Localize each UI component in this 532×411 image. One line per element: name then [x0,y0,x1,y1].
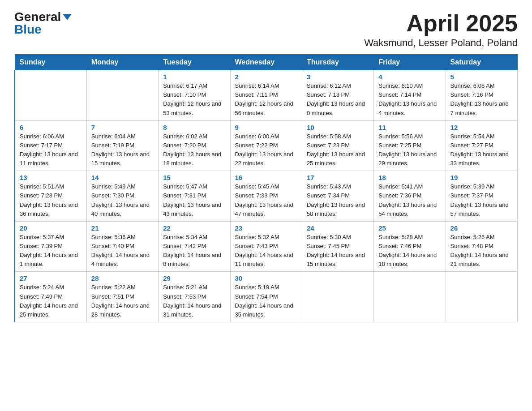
day-info: Sunrise: 6:08 AMSunset: 7:16 PMDaylight:… [450,81,513,118]
day-info: Sunrise: 5:39 AMSunset: 7:37 PMDaylight:… [450,182,513,218]
day-number: 6 [20,124,82,131]
day-cell: 26Sunrise: 5:26 AMSunset: 7:48 PMDayligh… [446,221,517,272]
header-thursday: Thursday [302,55,373,70]
day-number: 8 [163,124,225,131]
day-info: Sunrise: 5:21 AMSunset: 7:53 PMDaylight:… [163,283,225,319]
calendar-subtitle: Waksmund, Lesser Poland, Poland [364,37,518,49]
day-info: Sunrise: 6:14 AMSunset: 7:11 PMDaylight:… [235,81,297,118]
week-row-2: 6Sunrise: 6:06 AMSunset: 7:17 PMDaylight… [15,120,518,171]
logo-arrow-icon [63,14,72,20]
calendar-table: SundayMondayTuesdayWednesdayThursdayFrid… [14,54,518,322]
day-info: Sunrise: 6:00 AMSunset: 7:22 PMDaylight:… [235,132,297,168]
day-cell [374,272,446,322]
day-info: Sunrise: 5:37 AMSunset: 7:39 PMDaylight:… [20,233,82,269]
day-number: 14 [91,174,154,181]
day-info: Sunrise: 5:24 AMSunset: 7:49 PMDaylight:… [20,283,82,319]
day-info: Sunrise: 6:06 AMSunset: 7:17 PMDaylight:… [20,132,82,168]
day-cell: 24Sunrise: 5:30 AMSunset: 7:45 PMDayligh… [302,221,373,272]
day-cell: 6Sunrise: 6:06 AMSunset: 7:17 PMDaylight… [15,120,86,171]
day-info: Sunrise: 6:12 AMSunset: 7:13 PMDaylight:… [307,81,369,118]
week-row-5: 27Sunrise: 5:24 AMSunset: 7:49 PMDayligh… [15,272,518,322]
day-info: Sunrise: 5:43 AMSunset: 7:34 PMDaylight:… [307,182,369,218]
day-cell: 18Sunrise: 5:41 AMSunset: 7:36 PMDayligh… [374,171,446,222]
week-row-4: 20Sunrise: 5:37 AMSunset: 7:39 PMDayligh… [15,221,518,272]
header-saturday: Saturday [446,55,517,70]
day-cell: 30Sunrise: 5:19 AMSunset: 7:54 PMDayligh… [230,272,302,322]
day-info: Sunrise: 5:36 AMSunset: 7:40 PMDaylight:… [91,233,154,269]
day-number: 18 [378,174,441,181]
header-tuesday: Tuesday [159,55,230,70]
day-info: Sunrise: 5:45 AMSunset: 7:33 PMDaylight:… [235,182,297,218]
day-number: 10 [307,124,369,131]
day-info: Sunrise: 5:30 AMSunset: 7:45 PMDaylight:… [307,233,369,269]
day-cell: 16Sunrise: 5:45 AMSunset: 7:33 PMDayligh… [230,171,302,222]
day-cell: 9Sunrise: 6:00 AMSunset: 7:22 PMDaylight… [230,120,302,171]
day-number: 30 [235,274,297,282]
day-number: 12 [450,124,513,131]
logo-general-text: General [14,11,61,23]
day-cell: 14Sunrise: 5:49 AMSunset: 7:30 PMDayligh… [86,171,158,222]
day-number: 15 [163,174,225,181]
day-number: 2 [235,73,297,81]
day-number: 22 [163,224,225,232]
day-cell: 12Sunrise: 5:54 AMSunset: 7:27 PMDayligh… [446,120,517,171]
day-number: 11 [378,124,441,131]
title-block: April 2025 Waksmund, Lesser Poland, Pola… [364,11,518,49]
day-cell: 2Sunrise: 6:14 AMSunset: 7:11 PMDaylight… [230,70,302,121]
day-cell: 11Sunrise: 5:56 AMSunset: 7:25 PMDayligh… [374,120,446,171]
day-info: Sunrise: 6:10 AMSunset: 7:14 PMDaylight:… [378,81,441,118]
day-info: Sunrise: 5:32 AMSunset: 7:43 PMDaylight:… [235,233,297,269]
calendar-header-row: SundayMondayTuesdayWednesdayThursdayFrid… [15,55,518,70]
day-cell: 10Sunrise: 5:58 AMSunset: 7:23 PMDayligh… [302,120,373,171]
day-number: 26 [450,224,513,232]
day-number: 23 [235,224,297,232]
header-sunday: Sunday [15,55,86,70]
day-cell: 27Sunrise: 5:24 AMSunset: 7:49 PMDayligh… [15,272,86,322]
day-cell: 25Sunrise: 5:28 AMSunset: 7:46 PMDayligh… [374,221,446,272]
day-number: 5 [450,73,513,81]
day-cell: 15Sunrise: 5:47 AMSunset: 7:31 PMDayligh… [159,171,230,222]
day-number: 25 [378,224,441,232]
day-cell: 1Sunrise: 6:17 AMSunset: 7:10 PMDaylight… [159,70,230,121]
logo-general: General [14,11,72,23]
day-number: 19 [450,174,513,181]
day-cell [302,272,373,322]
day-info: Sunrise: 6:04 AMSunset: 7:19 PMDaylight:… [91,132,154,168]
day-cell [86,70,158,121]
header-monday: Monday [86,55,158,70]
day-number: 3 [307,73,369,81]
day-cell: 23Sunrise: 5:32 AMSunset: 7:43 PMDayligh… [230,221,302,272]
week-row-3: 13Sunrise: 5:51 AMSunset: 7:28 PMDayligh… [15,171,518,222]
day-number: 17 [307,174,369,181]
day-info: Sunrise: 5:22 AMSunset: 7:51 PMDaylight:… [91,283,154,319]
day-cell: 20Sunrise: 5:37 AMSunset: 7:39 PMDayligh… [15,221,86,272]
day-number: 24 [307,224,369,232]
day-info: Sunrise: 6:17 AMSunset: 7:10 PMDaylight:… [163,81,225,118]
calendar-title: April 2025 [364,11,518,36]
day-number: 7 [91,124,154,131]
logo: General Blue [14,11,72,36]
day-number: 28 [91,274,154,282]
day-info: Sunrise: 5:28 AMSunset: 7:46 PMDaylight:… [378,233,441,269]
day-number: 29 [163,274,225,282]
day-info: Sunrise: 5:58 AMSunset: 7:23 PMDaylight:… [307,132,369,168]
day-info: Sunrise: 5:41 AMSunset: 7:36 PMDaylight:… [378,182,441,218]
header-friday: Friday [374,55,446,70]
day-cell: 4Sunrise: 6:10 AMSunset: 7:14 PMDaylight… [374,70,446,121]
logo-blue-text: Blue [14,23,42,36]
day-number: 9 [235,124,297,131]
day-info: Sunrise: 5:19 AMSunset: 7:54 PMDaylight:… [235,283,297,319]
day-cell: 13Sunrise: 5:51 AMSunset: 7:28 PMDayligh… [15,171,86,222]
day-info: Sunrise: 5:26 AMSunset: 7:48 PMDaylight:… [450,233,513,269]
day-info: Sunrise: 5:51 AMSunset: 7:28 PMDaylight:… [20,182,82,218]
day-info: Sunrise: 5:47 AMSunset: 7:31 PMDaylight:… [163,182,225,218]
day-cell [446,272,517,322]
day-cell: 5Sunrise: 6:08 AMSunset: 7:16 PMDaylight… [446,70,517,121]
day-cell: 21Sunrise: 5:36 AMSunset: 7:40 PMDayligh… [86,221,158,272]
header-wednesday: Wednesday [230,55,302,70]
day-cell: 19Sunrise: 5:39 AMSunset: 7:37 PMDayligh… [446,171,517,222]
day-number: 13 [20,174,82,181]
day-cell: 28Sunrise: 5:22 AMSunset: 7:51 PMDayligh… [86,272,158,322]
day-number: 4 [378,73,441,81]
day-cell: 7Sunrise: 6:04 AMSunset: 7:19 PMDaylight… [86,120,158,171]
